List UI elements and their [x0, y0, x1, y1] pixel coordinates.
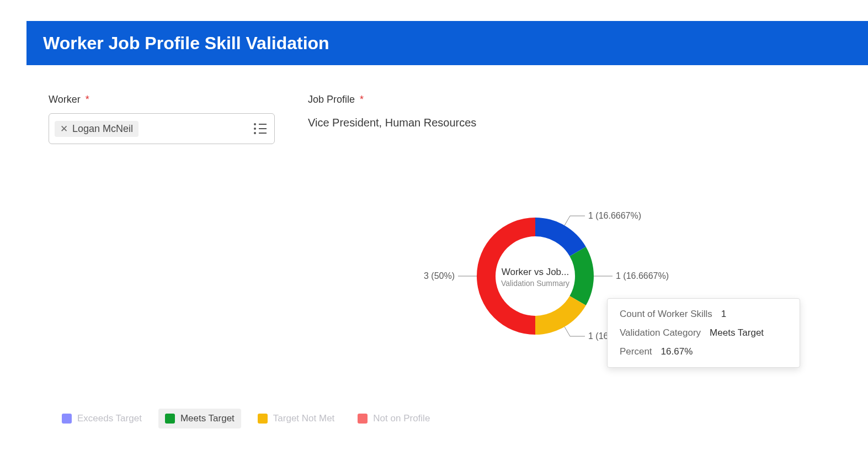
chart-legend: Exceeds Target Meets Target Target Not M…: [55, 409, 436, 428]
legend-swatch-icon: [358, 414, 368, 424]
job-profile-label: Job Profile *: [308, 94, 476, 105]
legend-label: Target Not Met: [273, 413, 335, 424]
tooltip-row: Validation Category Meets Target: [620, 327, 787, 338]
job-profile-value: Vice President, Human Resources: [308, 113, 476, 129]
tooltip-label: Count of Worker Skills: [620, 309, 712, 320]
slice-label-notonprofile: 3 (50%): [424, 271, 455, 281]
required-asterisk-icon: *: [86, 94, 89, 105]
legend-label: Not on Profile: [373, 413, 430, 424]
chart-tooltip: Count of Worker Skills 1 Validation Cate…: [607, 298, 800, 368]
page-title: Worker Job Profile Skill Validation: [43, 33, 329, 54]
worker-field-group: Worker * ✕ Logan McNeil: [49, 94, 275, 144]
tooltip-value: 16.67%: [661, 346, 693, 357]
tooltip-value: Meets Target: [710, 327, 764, 338]
chart-center-subtitle: Validation Summary: [501, 279, 569, 288]
slice-exceeds-target[interactable]: [535, 218, 586, 256]
legend-item-not-on-profile[interactable]: Not on Profile: [351, 409, 436, 428]
job-profile-field-group: Job Profile * Vice President, Human Reso…: [308, 94, 476, 144]
tooltip-label: Percent: [620, 346, 652, 357]
tooltip-row: Percent 16.67%: [620, 346, 787, 357]
legend-item-target-not-met[interactable]: Target Not Met: [251, 409, 342, 428]
filter-row: Worker * ✕ Logan McNeil Job Profile * Vi…: [49, 94, 476, 144]
tooltip-row: Count of Worker Skills 1: [620, 309, 787, 320]
list-picker-icon[interactable]: [252, 121, 269, 136]
legend-item-exceeds-target[interactable]: Exceeds Target: [55, 409, 148, 428]
required-asterisk-icon: *: [360, 94, 364, 105]
worker-chip[interactable]: ✕ Logan McNeil: [55, 121, 139, 137]
worker-chip-label: Logan McNeil: [72, 123, 133, 135]
legend-swatch-icon: [62, 414, 72, 424]
legend-label: Meets Target: [180, 413, 235, 424]
legend-swatch-icon: [258, 414, 268, 424]
legend-swatch-icon: [165, 414, 175, 424]
slice-meets-target[interactable]: [569, 247, 594, 305]
tooltip-value: 1: [721, 309, 726, 320]
legend-label: Exceeds Target: [77, 413, 142, 424]
tooltip-label: Validation Category: [620, 327, 701, 338]
chart-center-title: Worker vs Job...: [502, 267, 569, 277]
legend-item-meets-target[interactable]: Meets Target: [158, 409, 241, 428]
worker-label: Worker *: [49, 94, 275, 105]
donut-chart[interactable]: Worker vs Job... Validation Summary 1 (1…: [425, 199, 811, 375]
worker-input[interactable]: ✕ Logan McNeil: [49, 113, 275, 144]
slice-label-exceeds: 1 (16.6667%): [588, 211, 641, 220]
worker-label-text: Worker: [49, 94, 81, 105]
job-profile-label-text: Job Profile: [308, 94, 355, 105]
page-header: Worker Job Profile Skill Validation: [26, 21, 868, 65]
remove-chip-icon[interactable]: ✕: [60, 123, 68, 135]
slice-target-not-met[interactable]: [535, 296, 586, 335]
slice-label-meets: 1 (16.6667%): [616, 271, 669, 281]
